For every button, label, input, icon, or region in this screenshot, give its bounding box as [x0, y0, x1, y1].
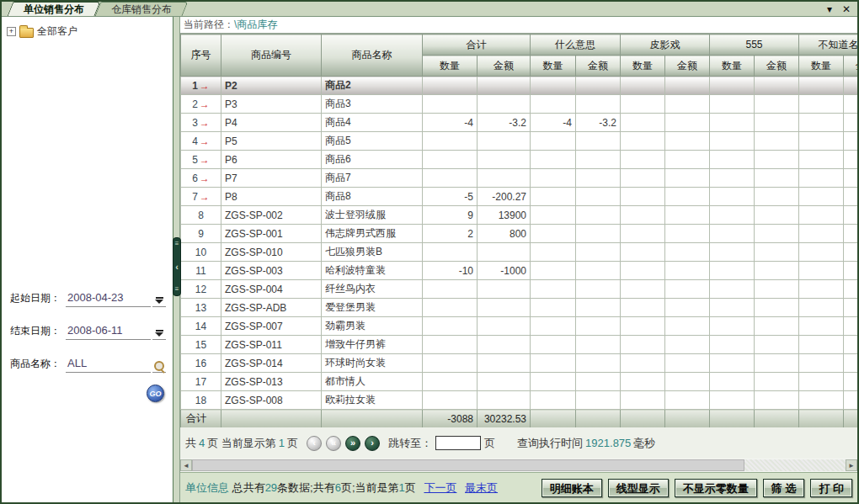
go-button[interactable]: GO — [147, 385, 164, 402]
action-buttons: 明细账本线型显示不显示零数量筛 选打 印 — [542, 479, 852, 497]
product-name-cell: 环球时尚女装 — [322, 354, 423, 373]
exec-time-text: 查询执行时间1921.875毫秒 — [517, 436, 655, 451]
value-cell — [710, 225, 755, 243]
value-cell — [478, 391, 531, 410]
last-page-button[interactable]: » — [345, 436, 360, 451]
value-cell: -3.2 — [576, 114, 621, 132]
total-value-cell — [710, 410, 755, 428]
start-date-field[interactable]: 2008-04-23 — [66, 291, 151, 307]
table-row[interactable]: 1→P2商品2 — [181, 77, 858, 95]
product-name-field[interactable]: ALL — [66, 357, 151, 373]
path-link[interactable]: \商品库存 — [234, 18, 277, 32]
product-name-cell: 商品3 — [322, 95, 423, 114]
scrollbar-thumb[interactable] — [192, 459, 744, 471]
product-code-cell: ZGS-SP-011 — [221, 336, 322, 354]
close-icon[interactable]: ✕ — [842, 3, 851, 16]
scroll-left-icon[interactable]: ◄ — [180, 459, 192, 471]
value-cell — [531, 280, 576, 299]
prev-page-button[interactable]: ‹ — [307, 436, 322, 451]
total-row: 合计 -308830232.53 — [181, 410, 858, 428]
value-cell — [621, 188, 665, 206]
column-sub-header: 数量 — [710, 56, 755, 77]
table-row[interactable]: 16ZGS-SP-014环球时尚女装 — [181, 354, 858, 373]
scroll-right-icon[interactable]: ► — [846, 459, 857, 471]
value-cell — [844, 336, 858, 354]
next-page-button[interactable]: › — [365, 436, 380, 451]
table-row[interactable]: 6→P7商品7 — [181, 169, 858, 188]
unit-info-link[interactable]: 单位信息 — [185, 481, 229, 494]
table-row[interactable]: 14ZGS-SP-007劲霸男装 — [181, 317, 858, 336]
table-row[interactable]: 5→P6商品6 — [181, 151, 858, 169]
value-cell — [423, 243, 478, 262]
value-cell — [844, 391, 858, 410]
table-row[interactable]: 3→P4商品4-4-3.2-4-3.2 — [181, 114, 858, 132]
detail-ledger-button[interactable]: 明细账本 — [542, 479, 602, 497]
filter-button[interactable]: 筛 选 — [763, 479, 805, 497]
tree-expand-icon[interactable]: + — [7, 27, 16, 36]
page-mid-text: 页 当前显示第 — [207, 436, 276, 451]
end-date-dropdown-icon[interactable] — [152, 327, 166, 340]
value-cell — [755, 373, 799, 391]
next-page-link[interactable]: 下一页 — [424, 481, 456, 494]
print-button[interactable]: 打 印 — [810, 479, 852, 497]
search-icon[interactable] — [152, 360, 166, 373]
value-cell — [844, 77, 858, 95]
exec-prefix: 查询执行时间 — [517, 437, 583, 449]
value-cell — [531, 336, 576, 354]
row-number-cell: 18 — [181, 391, 221, 410]
value-cell — [844, 132, 858, 151]
table-row[interactable]: 10ZGS-SP-010七匹狼男装B — [181, 243, 858, 262]
product-code-cell: ZGS-SP-ADB — [221, 299, 322, 317]
scrollbar-track[interactable] — [744, 459, 846, 471]
value-cell — [710, 317, 755, 336]
table-row[interactable]: 17ZGS-SP-013都市情人 — [181, 373, 858, 391]
record-count: 29 — [265, 481, 277, 494]
value-cell — [710, 262, 755, 280]
first-page-button[interactable]: « — [326, 436, 341, 451]
value-cell — [621, 95, 665, 114]
table-row[interactable]: 8ZGS-SP-002波士登羽绒服913900 — [181, 206, 858, 225]
table-row[interactable]: 11ZGS-SP-003哈利波特童装-10-1000 — [181, 262, 858, 280]
value-cell — [621, 206, 665, 225]
tree-item-all-customers[interactable]: + 全部客户 — [2, 17, 173, 39]
value-cell — [755, 151, 799, 169]
value-cell: -5 — [423, 188, 478, 206]
page-count: 6 — [335, 481, 341, 494]
value-cell — [531, 354, 576, 373]
table-row[interactable]: 15ZGS-SP-011增致牛仔男裤 — [181, 336, 858, 354]
hide-zero-qty-button[interactable]: 不显示零数量 — [675, 479, 757, 497]
value-cell — [799, 243, 844, 262]
value-cell — [665, 114, 710, 132]
minimize-icon[interactable]: ▾ — [827, 3, 832, 16]
table-row[interactable]: 12ZGS-SP-004纤丝鸟内衣 — [181, 280, 858, 299]
product-code-cell: P6 — [221, 151, 322, 169]
row-number-cell: 10 — [181, 243, 221, 262]
page-suffix-text: 页 — [287, 436, 298, 451]
tab-label: 单位销售分布 — [24, 3, 84, 15]
table-row[interactable]: 18ZGS-SP-008欧莉拉女装 — [181, 391, 858, 410]
table-row[interactable]: 7→P8商品8-5-200.27 — [181, 188, 858, 206]
column-sub-header: 金额 — [755, 56, 799, 77]
value-cell — [755, 317, 799, 336]
product-code-cell: ZGS-SP-002 — [221, 206, 322, 225]
total-value-cell: 30232.53 — [478, 410, 531, 428]
last-page-link[interactable]: 最末页 — [465, 481, 498, 494]
table-row[interactable]: 2→P3商品3 — [181, 95, 858, 114]
splitter-collapse-handle[interactable]: ≡ ‹ ≡ — [173, 237, 181, 296]
start-date-dropdown-icon[interactable] — [152, 294, 166, 307]
header-group-row: 序号 商品编号 商品名称 合计什么意思皮影戏555不知道名字 — [181, 34, 858, 56]
row-number-cell: 5→ — [181, 151, 221, 169]
table-row[interactable]: 9ZGS-SP-001伟志牌男式西服2800 — [181, 225, 858, 243]
table-row[interactable]: 4→P5商品5 — [181, 132, 858, 151]
tab-unit-sales[interactable]: 单位销售分布 — [10, 2, 98, 16]
value-cell — [576, 188, 621, 206]
value-cell — [576, 151, 621, 169]
end-date-field[interactable]: 2008-06-11 — [66, 324, 151, 340]
tab-warehouse-sales[interactable]: 仓库销售分布 — [98, 2, 185, 16]
table-row[interactable]: 13ZGS-SP-ADB爱登堡男装 — [181, 299, 858, 317]
product-name-cell: 伟志牌男式西服 — [322, 225, 423, 243]
value-cell — [844, 188, 858, 206]
panel-splitter[interactable]: ≡ ‹ ≡ — [173, 17, 180, 502]
line-display-button[interactable]: 线型显示 — [608, 479, 669, 497]
jump-page-input[interactable] — [435, 436, 481, 450]
